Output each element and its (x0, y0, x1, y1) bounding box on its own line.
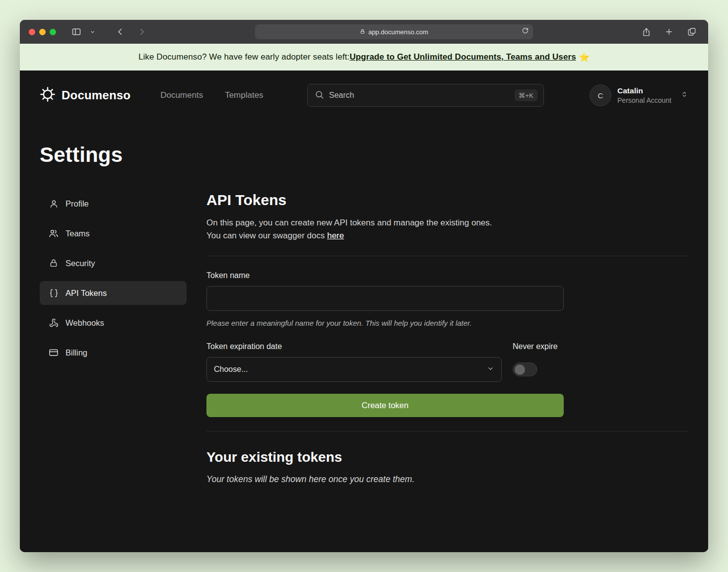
sidebar-item-security[interactable]: Security (40, 251, 187, 275)
existing-tokens-title: Your existing tokens (206, 449, 688, 465)
tab-group-chevron-icon[interactable] (85, 24, 100, 39)
search-placeholder: Search (329, 91, 354, 100)
users-icon (49, 228, 59, 238)
credit-card-icon (49, 348, 59, 358)
user-icon (49, 199, 59, 209)
never-expire-toggle[interactable] (513, 362, 537, 376)
swagger-docs-link[interactable]: here (327, 231, 344, 240)
url-text: app.documenso.com (368, 28, 428, 36)
search-input[interactable]: Search ⌘+K (307, 84, 544, 107)
nav-documents[interactable]: Documents (160, 90, 203, 100)
new-tab-icon[interactable] (662, 24, 676, 39)
never-expire-label: Never expire (513, 342, 572, 351)
page-title: Settings (40, 143, 688, 167)
sidebar-item-label: Security (66, 259, 95, 268)
upgrade-link[interactable]: Upgrade to Get Unlimited Documents, Team… (349, 52, 576, 62)
settings-sidebar: Profile Teams Security (40, 192, 187, 485)
user-menu[interactable]: C Catalin Personal Account (590, 84, 688, 106)
forward-button[interactable] (134, 24, 149, 39)
sidebar-item-label: Teams (66, 229, 90, 238)
token-name-label: Token name (206, 271, 688, 280)
minimize-window-button[interactable] (39, 29, 46, 35)
promo-banner: Like Documenso? We have few early adopte… (20, 44, 708, 71)
tab-overview-icon[interactable] (684, 24, 699, 39)
close-window-button[interactable] (29, 29, 35, 35)
existing-tokens-empty-text: Your tokens will be shown here once you … (206, 474, 688, 485)
refresh-icon[interactable] (522, 27, 529, 36)
user-name: Catalin (617, 86, 671, 96)
share-icon[interactable] (639, 24, 654, 39)
divider (206, 256, 688, 256)
section-description: On this page, you can create new API tok… (206, 216, 688, 242)
expiration-value: Choose... (214, 365, 248, 374)
main-nav: Documents Templates (160, 90, 263, 100)
search-icon (315, 90, 324, 101)
app-header: Documenso Documents Templates Search ⌘+K… (40, 71, 688, 118)
sidebar-item-api-tokens[interactable]: API Tokens (40, 281, 187, 305)
brand-name: Documenso (62, 88, 131, 102)
window-controls (29, 29, 56, 35)
lock-icon (360, 28, 365, 36)
promo-text: Like Documenso? We have few early adopte… (138, 52, 350, 62)
braces-icon (49, 288, 59, 298)
sidebar-item-profile[interactable]: Profile (40, 192, 187, 215)
lock-icon (49, 259, 59, 268)
app-content: Documenso Documents Templates Search ⌘+K… (20, 71, 708, 552)
user-account-type: Personal Account (617, 96, 671, 105)
sidebar-item-label: Billing (66, 348, 87, 358)
search-shortcut-badge: ⌘+K (515, 89, 537, 101)
url-bar[interactable]: app.documenso.com (255, 24, 533, 39)
documenso-logo-icon (40, 86, 56, 104)
star-emoji-icon: ⭐ (579, 52, 590, 63)
token-name-help: Please enter a meaningful name for your … (206, 319, 688, 327)
sidebar-item-webhooks[interactable]: Webhooks (40, 311, 187, 335)
nav-templates[interactable]: Templates (225, 90, 263, 100)
browser-toolbar: app.documenso.com (20, 20, 708, 44)
webhook-icon (49, 318, 59, 328)
sidebar-item-billing[interactable]: Billing (40, 341, 187, 364)
brand-home-link[interactable]: Documenso (40, 86, 131, 104)
expiration-label: Token expiration date (206, 342, 502, 351)
sidebar-item-label: Profile (66, 199, 89, 209)
sidebar-item-teams[interactable]: Teams (40, 221, 187, 245)
browser-window: app.documenso.com Like Documenso? We hav… (20, 20, 708, 552)
back-button[interactable] (113, 24, 128, 39)
api-tokens-panel: API Tokens On this page, you can create … (206, 192, 688, 485)
chevron-down-icon (487, 365, 494, 374)
sidebar-toggle-icon[interactable] (69, 24, 84, 39)
section-title: API Tokens (206, 192, 688, 209)
token-name-input[interactable] (206, 286, 564, 311)
zoom-window-button[interactable] (50, 29, 56, 35)
divider (206, 431, 688, 431)
sidebar-item-label: API Tokens (66, 288, 107, 298)
sidebar-item-label: Webhooks (66, 318, 104, 328)
toggle-knob (515, 364, 525, 375)
create-token-button[interactable]: Create token (206, 394, 564, 417)
chevrons-up-down-icon (680, 90, 688, 100)
avatar: C (590, 84, 611, 106)
expiration-select[interactable]: Choose... (206, 357, 502, 382)
